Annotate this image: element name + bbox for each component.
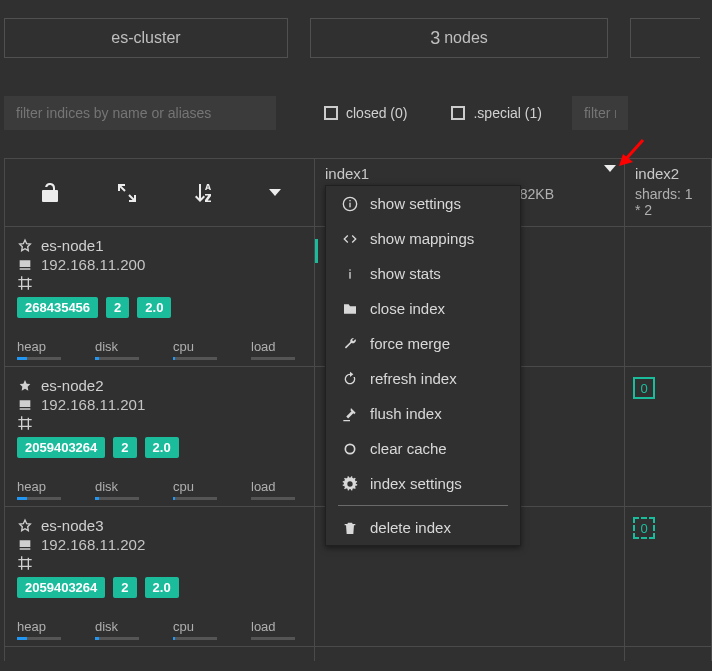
menu-force-merge[interactable]: force merge: [326, 326, 520, 361]
cpu-label: cpu: [173, 339, 217, 354]
index2-node2-cell: 0: [625, 367, 711, 507]
menu-label: force merge: [370, 335, 450, 352]
shard-number: 0: [640, 381, 647, 396]
node-ip: 192.168.11.200: [41, 256, 145, 273]
caret-down-icon: [269, 189, 281, 196]
trash-icon: [342, 520, 358, 536]
node-ip: 192.168.11.201: [41, 396, 145, 413]
closed-checkbox[interactable]: [324, 106, 338, 120]
info-icon: [342, 196, 358, 212]
unlock-icon: [38, 181, 62, 205]
index1-header[interactable]: index1 1.82KB show settings show mapping…: [315, 159, 624, 227]
cpu-label: cpu: [173, 479, 217, 494]
node-ip: 192.168.11.202: [41, 536, 145, 553]
disk-label: disk: [95, 479, 139, 494]
load-label: load: [251, 339, 295, 354]
menu-index-settings[interactable]: index settings: [326, 466, 520, 501]
node-name: es-node2: [41, 377, 104, 394]
menu-label: flush index: [370, 405, 442, 422]
annotation-arrow: [617, 136, 647, 166]
filter-nodes-input[interactable]: [572, 96, 628, 130]
extra-status-box[interactable]: [630, 18, 700, 58]
badge-heap: 268435456: [17, 297, 98, 318]
nodes-column: es-node1 192.168.11.200 268435456 2 2.0 …: [5, 159, 315, 661]
menu-delete-index[interactable]: delete index: [326, 510, 520, 545]
sort-az-button[interactable]: [186, 175, 222, 211]
cpu-label: cpu: [173, 619, 217, 634]
menu-show-stats[interactable]: show stats: [326, 256, 520, 291]
meters: heap disk cpu load: [17, 619, 302, 640]
menu-clear-cache[interactable]: clear cache: [326, 431, 520, 466]
meters: heap disk cpu load: [17, 479, 302, 500]
shard-replica[interactable]: 0: [633, 517, 655, 539]
special-checkbox[interactable]: [451, 106, 465, 120]
heap-label: heap: [17, 339, 61, 354]
index1-column: index1 1.82KB show settings show mapping…: [315, 159, 625, 661]
node-badges: 2059403264 2 2.0: [17, 577, 302, 598]
menu-show-mappings[interactable]: show mappings: [326, 221, 520, 256]
closed-checkbox-label: closed (0): [346, 105, 407, 121]
disk-icon: [17, 537, 33, 553]
svg-rect-3: [349, 202, 350, 207]
index2-header[interactable]: index2 shards: 1 * 2: [625, 159, 711, 227]
sort-az-icon: [192, 181, 216, 205]
menu-flush-index[interactable]: flush index: [326, 396, 520, 431]
heap-label: heap: [17, 479, 61, 494]
menu-label: close index: [370, 300, 445, 317]
menu-label: clear cache: [370, 440, 447, 457]
folder-icon: [342, 301, 358, 317]
closed-checkbox-wrap[interactable]: closed (0): [324, 105, 407, 121]
expand-button[interactable]: [109, 175, 145, 211]
load-label: load: [251, 619, 295, 634]
special-checkbox-wrap[interactable]: .special (1): [451, 105, 541, 121]
code-icon: [342, 231, 358, 247]
badge-3: 2.0: [145, 577, 179, 598]
star-icon: [17, 238, 33, 254]
menu-label: index settings: [370, 475, 462, 492]
disk-icon: [17, 397, 33, 413]
index-menu-caret-icon[interactable]: [604, 165, 616, 172]
disk-label: disk: [95, 619, 139, 634]
node-row-1: es-node1 192.168.11.200 268435456 2 2.0 …: [5, 227, 314, 367]
left-toolbar: [5, 159, 314, 227]
cluster-name-box[interactable]: es-cluster: [4, 18, 288, 58]
load-label: load: [251, 479, 295, 494]
index2-node3-cell: 0: [625, 507, 711, 647]
unlock-button[interactable]: [32, 175, 68, 211]
node-count-box[interactable]: 3 nodes: [310, 18, 608, 58]
index-name: index1: [325, 165, 614, 182]
index2-node1-cell: [625, 227, 711, 367]
filter-indices-input[interactable]: [4, 96, 276, 130]
menu-close-index[interactable]: close index: [326, 291, 520, 326]
menu-separator: [338, 505, 508, 506]
menu-refresh-index[interactable]: refresh index: [326, 361, 520, 396]
node-badges: 2059403264 2 2.0: [17, 437, 302, 458]
gavel-icon: [342, 406, 358, 422]
refresh-icon: [342, 371, 358, 387]
dropdown-caret-button[interactable]: [263, 183, 287, 202]
menu-show-settings[interactable]: show settings: [326, 186, 520, 221]
node-row-2: es-node2 192.168.11.201 2059403264 2 2.0…: [5, 367, 314, 507]
badge-3: 2.0: [145, 437, 179, 458]
star-icon: [17, 518, 33, 534]
index-context-menu: show settings show mappings show stats c…: [325, 185, 521, 546]
star-filled-icon: [17, 378, 33, 394]
info-letter-icon: [342, 266, 358, 282]
node-badges: 268435456 2 2.0: [17, 297, 302, 318]
menu-label: delete index: [370, 519, 451, 536]
badge-2: 2: [113, 437, 136, 458]
crop-icon: [17, 415, 33, 431]
special-checkbox-label: .special (1): [473, 105, 541, 121]
shard-primary[interactable]: 0: [633, 377, 655, 399]
badge-2: 2: [113, 577, 136, 598]
cluster-name-text: es-cluster: [111, 29, 180, 47]
overview-grid: es-node1 192.168.11.200 268435456 2 2.0 …: [4, 158, 712, 661]
crop-icon: [17, 275, 33, 291]
node-row-3: es-node3 192.168.11.202 2059403264 2 2.0…: [5, 507, 314, 647]
wrench-icon: [342, 336, 358, 352]
badge-3: 2.0: [137, 297, 171, 318]
svg-rect-5: [349, 272, 350, 279]
disk-icon: [17, 257, 33, 273]
index-shards: shards: 1 * 2: [635, 186, 701, 218]
badge-heap: 2059403264: [17, 437, 105, 458]
